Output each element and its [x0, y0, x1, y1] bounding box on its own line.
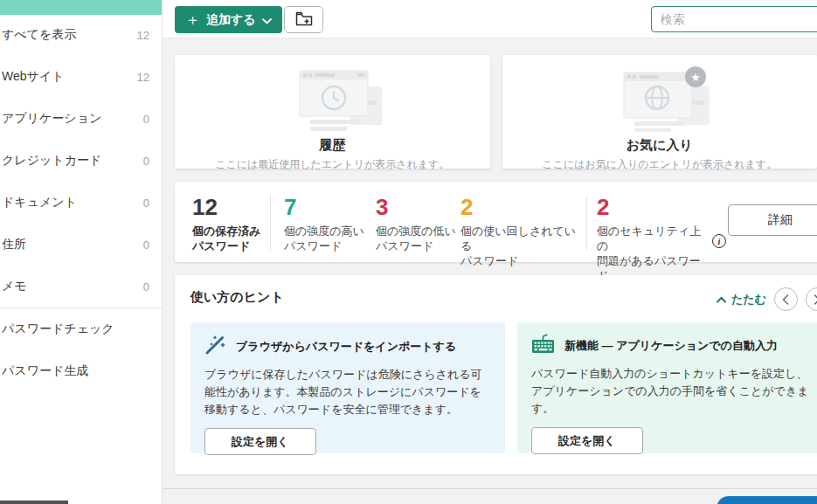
sidebar-item-label: Webサイト: [2, 69, 137, 85]
folder-plus-icon: [295, 11, 313, 29]
search-input[interactable]: [651, 6, 817, 32]
tips-section: 使い方のヒント たたむ: [175, 275, 817, 474]
password-stats-card: 12 個の保存済み パスワード 7 個の強度の高い パスワード 3 個の強度の低…: [175, 182, 817, 262]
favorites-subtitle: ここにはお気に入りのエントリが表示されます。: [502, 157, 817, 172]
stat-saved-passwords: 12 個の保存済み パスワード: [192, 195, 271, 250]
history-card: 履歴 ここには最近使用したエントリが表示されます。: [175, 55, 490, 169]
sidebar: すべてを表示 12 Webサイト 12 アプリケーション 0 クレジットカード …: [0, 0, 163, 504]
toolbar: ＋ 追加する: [163, 0, 817, 38]
sidebar-item-label: メモ: [2, 279, 143, 294]
info-icon[interactable]: i: [712, 234, 726, 248]
partial-dark-element: [0, 501, 68, 504]
sidebar-item-count: 12: [137, 71, 149, 84]
history-illustration: [267, 120, 398, 135]
magic-wand-icon: [204, 334, 226, 359]
sidebar-item-credit-cards[interactable]: クレジットカード 0: [0, 140, 162, 182]
partial-blue-button[interactable]: [717, 496, 817, 504]
add-folder-button[interactable]: [284, 6, 323, 33]
stat-value: 12: [192, 196, 270, 218]
tip-card-import-passwords: ブラウザからパスワードをインポートする ブラウザに保存したパスワードは危険にさら…: [190, 322, 505, 453]
tip-body: パスワード自動入力のショートカットキーを設定し、アプリケーションでの入力の手間を…: [531, 365, 817, 418]
stat-security-issues: 2 個のセキュリティ上の 問題があるパスワード i: [597, 195, 707, 250]
collapse-label: たたむ: [731, 292, 766, 307]
sidebar-item-label: パスワードチェック: [2, 321, 149, 337]
bottom-divider: [163, 488, 817, 489]
overview-cards-row: 履歴 ここには最近使用したエントリが表示されます。: [175, 55, 817, 169]
tip-title: 新機能 — アプリケーションでの自動入力: [564, 338, 778, 354]
chevron-down-icon: [262, 13, 272, 27]
stat-label: 個の使い回しされている パスワード: [460, 224, 586, 269]
favorites-card: ★ お気に入り ここにはお気に入りのエントリが表示されます。: [502, 55, 817, 169]
add-button[interactable]: ＋ 追加する: [175, 6, 282, 33]
next-tip-button[interactable]: [806, 287, 817, 311]
tip-body: ブラウザに保存したパスワードは危険にさらされる可能性があります。本製品のストレー…: [204, 366, 491, 418]
sidebar-item-label: すべてを表示: [2, 27, 137, 43]
sidebar-item-label: クレジットカード: [2, 153, 143, 169]
favorites-illustration: ★: [594, 120, 725, 135]
collapse-button[interactable]: たたむ: [717, 292, 766, 307]
tip-card-app-autofill: 新機能 — アプリケーションでの自動入力 パスワード自動入力のショートカットキー…: [517, 322, 817, 453]
tip-title: ブラウザからパスワードをインポートする: [236, 339, 456, 355]
add-button-label: 追加する: [206, 12, 256, 28]
sidebar-item-label: パスワード生成: [2, 363, 149, 379]
chevron-up-icon: [717, 293, 726, 306]
favorites-title: お気に入り: [502, 137, 817, 154]
stat-label: 個の強度の高い パスワード: [284, 224, 376, 254]
stat-label: 個の強度の低い パスワード: [376, 224, 460, 254]
stat-value: 7: [284, 196, 376, 218]
history-title: 履歴: [175, 137, 490, 154]
stat-value: 2: [597, 196, 707, 218]
details-button[interactable]: 詳細: [728, 204, 817, 236]
sidebar-item-label: 住所: [2, 237, 143, 252]
keyboard-icon: [531, 334, 555, 358]
open-settings-button[interactable]: 設定を開く: [531, 427, 643, 454]
stat-value: 3: [376, 196, 460, 218]
sidebar-item-count: 0: [143, 280, 149, 293]
selected-item-highlight[interactable]: [0, 0, 162, 15]
svg-text:★: ★: [690, 71, 701, 84]
tips-row: ブラウザからパスワードをインポートする ブラウザに保存したパスワードは危険にさら…: [190, 322, 817, 453]
plus-icon: ＋: [185, 12, 200, 27]
star-badge-icon: ★: [685, 66, 706, 87]
stat-strong-passwords: 7 個の強度の高い パスワード: [284, 195, 376, 250]
stat-value: 2: [460, 196, 586, 218]
sidebar-item-count: 0: [143, 113, 149, 126]
sidebar-item-count: 0: [143, 155, 149, 168]
stat-weak-passwords: 3 個の強度の低い パスワード: [376, 195, 460, 250]
sidebar-item-applications[interactable]: アプリケーション 0: [0, 98, 162, 140]
sidebar-item-count: 12: [137, 29, 149, 42]
sidebar-item-label: アプリケーション: [2, 111, 143, 127]
sidebar-item-label: ドキュメント: [2, 195, 143, 211]
tips-controls: たたむ: [717, 287, 817, 311]
sidebar-item-count: 0: [143, 238, 149, 252]
sidebar-item-addresses[interactable]: 住所 0: [0, 224, 162, 266]
main-content: 履歴 ここには最近使用したエントリが表示されます。: [163, 38, 817, 504]
sidebar-item-documents[interactable]: ドキュメント 0: [0, 182, 162, 224]
stat-reused-passwords: 2 個の使い回しされている パスワード: [460, 195, 587, 250]
sidebar-item-password-check[interactable]: パスワードチェック: [0, 308, 162, 350]
sidebar-item-notes[interactable]: メモ 0: [0, 266, 162, 307]
history-subtitle: ここには最近使用したエントリが表示されます。: [175, 157, 490, 172]
prev-tip-button[interactable]: [774, 287, 798, 311]
sidebar-item-count: 0: [143, 197, 149, 210]
stat-label: 個の保存済み パスワード: [192, 224, 270, 254]
sidebar-item-show-all[interactable]: すべてを表示 12: [0, 14, 162, 56]
sidebar-item-password-generator[interactable]: パスワード生成: [0, 350, 162, 392]
sidebar-item-websites[interactable]: Webサイト 12: [0, 56, 162, 98]
open-settings-button[interactable]: 設定を開く: [204, 428, 316, 455]
sidebar-category-list: すべてを表示 12 Webサイト 12 アプリケーション 0 クレジットカード …: [0, 0, 162, 392]
